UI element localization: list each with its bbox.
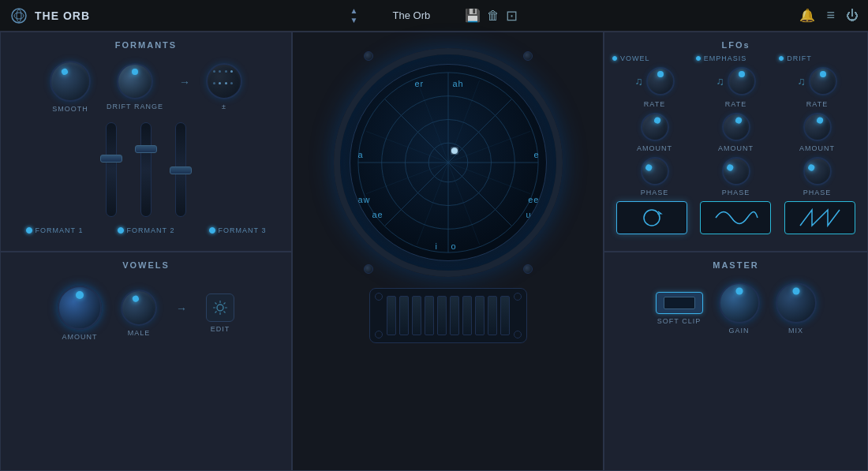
vowel-rate-label: RATE (644, 100, 665, 108)
drift-lfo-label: DRIFT (787, 54, 812, 62)
screw-tl (364, 51, 373, 61)
lfo-vowel-header: VOWEL (612, 54, 693, 62)
power-icon[interactable]: ⏻ (846, 9, 859, 23)
preset-nav[interactable]: ▲ ▼ (350, 6, 358, 24)
emphasis-rate-knob[interactable] (728, 67, 756, 95)
orb-inner[interactable]: er ah a e aw ee ae u i o (350, 64, 547, 261)
drift-range-indicator (132, 69, 138, 75)
orb-circle[interactable]: er ah a e aw ee ae u i o (334, 48, 563, 277)
preset-area: ▲ ▼ The Orb 💾 🗑 ⊡ (350, 6, 518, 24)
vowel-er: er (415, 79, 425, 88)
emphasis-rate-container: ♫ RATE (697, 67, 775, 108)
menu-icon[interactable]: ≡ (826, 7, 835, 24)
mix-label: MIX (788, 327, 803, 335)
formant-labels-row: FORMANT 1 FORMANT 2 FORMANT 3 (1, 223, 291, 241)
key-5 (437, 296, 447, 335)
emphasis-amount-container: AMOUNT (697, 113, 775, 152)
smooth-label: SMOOTH (52, 105, 88, 113)
vowel-rate-container: ♫ RATE (615, 67, 694, 108)
formant3-slider-track[interactable] (175, 122, 186, 217)
lfo-waveform-circle[interactable] (616, 201, 687, 234)
vowels-controls: AMOUNT MALE → EDIT (1, 275, 291, 352)
vowel-male-indicator (132, 294, 140, 302)
lfo-waveforms-row (604, 198, 867, 237)
soft-clip-button[interactable] (656, 292, 703, 314)
vowel-male-knob[interactable] (121, 290, 157, 326)
pm-knob-area (206, 63, 242, 99)
formant2-slider-thumb[interactable] (135, 145, 157, 153)
formants-controls-top: SMOOTH DRIFT RANGE → (1, 54, 291, 116)
app-title: THE ORB (35, 9, 90, 22)
master-title: MASTER (604, 252, 867, 275)
smooth-knob-indicator (61, 67, 69, 76)
drift-range-knob-container: DRIFT RANGE (107, 63, 163, 110)
drift-range-knob[interactable] (117, 63, 153, 99)
emphasis-rate-indicator (739, 71, 745, 77)
vowel-i: i (436, 241, 438, 251)
vowel-amount-main-label: AMOUNT (62, 333, 98, 341)
key-8 (475, 296, 485, 335)
svg-point-15 (451, 148, 457, 154)
drift-phase-knob[interactable] (803, 157, 832, 185)
vowel-rate-knob[interactable] (646, 67, 675, 95)
keyboard-screw-tr (514, 293, 522, 301)
svg-point-16 (644, 210, 660, 226)
orb-keyboard[interactable] (369, 288, 527, 343)
smooth-knob[interactable] (50, 61, 91, 102)
gain-indicator (735, 287, 743, 294)
gain-knob-container: GAIN (719, 282, 760, 335)
soft-clip-container: SOFT CLIP (656, 292, 703, 325)
screw-tr (523, 51, 533, 61)
vowel-phase-knob[interactable] (641, 157, 669, 185)
vowel-amount-main-knob[interactable] (58, 286, 102, 330)
formant1-slider-thumb[interactable] (100, 155, 122, 163)
grid-button[interactable]: ⊡ (506, 7, 518, 24)
gain-knob[interactable] (719, 282, 760, 323)
key-9 (488, 296, 497, 335)
formant1-slider-track[interactable] (106, 122, 117, 217)
screw-bl (364, 264, 373, 274)
svg-point-1 (14, 13, 24, 19)
vowel-a: a (358, 150, 364, 159)
drift-amount-label: AMOUNT (799, 144, 835, 152)
lfo-waveform-sine[interactable] (700, 201, 771, 234)
vowel-arrow: → (176, 302, 187, 315)
formant3-slider-thumb[interactable] (170, 166, 192, 174)
drift-phase-label: PHASE (803, 189, 832, 196)
formant3-slider-container (175, 122, 186, 217)
save-button[interactable]: 💾 (465, 8, 481, 23)
main-layout: FORMANTS SMOOTH DRIFT RANGE → (0, 32, 868, 471)
pm-knob[interactable] (206, 63, 242, 99)
master-panel: MASTER SOFT CLIP GAIN MIX (604, 252, 868, 472)
delete-button[interactable]: 🗑 (487, 9, 499, 23)
vowel-power-dot (612, 56, 617, 61)
drift-rate-knob[interactable] (809, 67, 837, 95)
formant2-toggle[interactable]: FORMANT 2 (118, 226, 175, 234)
vowel-lfo-label: VOWEL (620, 54, 650, 62)
drift-phase-container: PHASE (778, 157, 856, 196)
svg-point-2 (17, 9, 21, 22)
emphasis-phase-knob[interactable] (722, 157, 750, 185)
emphasis-amount-knob[interactable] (722, 113, 750, 141)
pm-knob-container: ± (206, 63, 242, 110)
vowel-amount-knob[interactable] (641, 113, 669, 141)
formant3-toggle[interactable]: FORMANT 3 (209, 226, 267, 234)
vowel-edit-label: EDIT (211, 325, 230, 333)
mix-knob[interactable] (776, 282, 817, 323)
drift-amount-indicator (815, 116, 823, 124)
lfo-waveform-sawtooth[interactable] (784, 201, 855, 234)
formant2-label: FORMANT 2 (127, 226, 175, 234)
formant1-slider-container (106, 122, 117, 217)
vowel-u: u (526, 210, 531, 219)
mix-knob-container: MIX (776, 282, 817, 335)
formant2-slider-track[interactable] (140, 122, 152, 217)
vowel-ae: ae (372, 210, 383, 219)
vowel-phase-indicator (644, 163, 653, 172)
bell-icon[interactable]: 🔔 (799, 8, 815, 23)
formant1-toggle[interactable]: FORMANT 1 (26, 226, 84, 234)
drift-amount-knob[interactable] (803, 113, 832, 141)
vowel-edit-button[interactable] (206, 293, 234, 322)
vowel-male-container: MALE (121, 290, 157, 337)
vowel-amount-main-container: AMOUNT (58, 286, 102, 341)
orb-grid (350, 65, 546, 260)
